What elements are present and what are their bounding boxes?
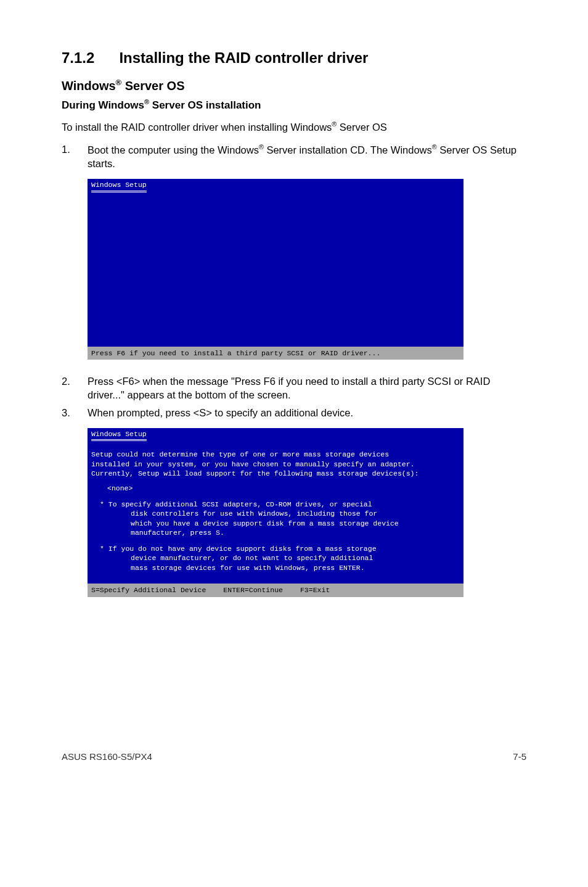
subsubsection-heading: During Windows® Server OS installation [62,98,526,112]
step-content: When prompted, press <S> to specify an a… [88,406,526,419]
terminal-line: Currently, Setup will load support for t… [91,469,460,479]
step-content: Boot the computer using the Windows® Ser… [88,142,526,170]
step-number: 3. [62,406,88,419]
terminal-none: <none> [91,484,460,493]
terminal-bullet-2: * If you do not have any device support … [91,544,460,573]
section-heading: 7.1.2Installing the RAID controller driv… [62,49,526,67]
step-3: 3. When prompted, press <S> to specify a… [62,406,526,419]
step-2: 2. Press <F6> when the message "Press F6… [62,374,526,402]
terminal-line: installed in your system, or you have ch… [91,460,460,469]
section-number: 7.1.2 [62,49,94,67]
subsection-heading: Windows® Server OS [62,78,526,93]
step-number: 2. [62,374,88,402]
terminal-status: S=Specify Additional DeviceENTER=Continu… [88,584,463,597]
terminal-line: Setup could not determine the type of on… [91,450,460,460]
step-1: 1. Boot the computer using the Windows® … [62,142,526,170]
section-title: Installing the RAID controller driver [119,49,368,66]
terminal-bullet-1: * To specify additional SCSI adapters, C… [91,500,460,538]
footer-right: 7-5 [513,751,526,762]
terminal-title: Windows Setup [91,429,147,442]
intro-text: To install the RAID controller driver wh… [62,120,526,134]
windows-setup-screen-2: Windows Setup Setup could not determine … [88,428,463,597]
step-number: 1. [62,142,88,170]
page-footer: ASUS RS160-S5/PX4 7-5 [62,751,526,762]
footer-left: ASUS RS160-S5/PX4 [62,751,152,762]
terminal-status: Press F6 if you need to install a third … [88,347,463,360]
step-content: Press <F6> when the message "Press F6 if… [88,374,526,402]
terminal-title: Windows Setup [91,180,147,192]
windows-setup-screen-1: Windows Setup Press F6 if you need to in… [88,179,463,360]
